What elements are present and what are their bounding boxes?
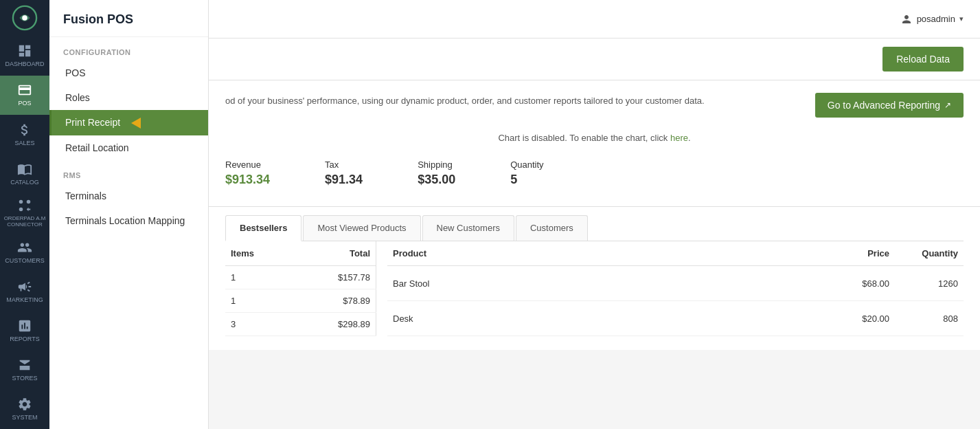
- chart-enable-link[interactable]: here: [670, 133, 688, 143]
- nav-label-sales: SALES: [14, 140, 34, 147]
- nav-label-customers: CUSTOMERS: [5, 258, 44, 265]
- tabs-section: Bestsellers Most Viewed Products New Cus…: [209, 207, 980, 241]
- nav-label-catalog: CATALOG: [10, 179, 39, 186]
- stat-revenue-label: Revenue: [225, 160, 270, 170]
- sidebar-item-dashboard[interactable]: DASHBOARD: [0, 36, 49, 76]
- sidebar-item-stores[interactable]: STORES: [0, 351, 49, 390]
- menu-section-rms: RMS: [49, 160, 208, 184]
- main-content: posadmin ▾ Reload Data od of your busine…: [209, 0, 980, 429]
- sidebar-item-orderpad[interactable]: ORDERPAD A.M CONNECTOR: [0, 193, 49, 232]
- cell-price: $68.00: [812, 266, 895, 301]
- nav-label-system: SYSTEM: [12, 415, 37, 421]
- report-section: od of your business' performance, using …: [209, 80, 980, 207]
- col-header-total: Total: [301, 241, 376, 266]
- cell-total: $78.89: [301, 289, 376, 313]
- tab-bestsellers[interactable]: Bestsellers: [225, 215, 301, 241]
- table-row: 1 $78.89: [225, 289, 376, 313]
- col-header-quantity: Quantity: [895, 241, 964, 266]
- svg-point-3: [27, 200, 31, 204]
- svg-point-1: [22, 16, 27, 21]
- tabs-bar: Bestsellers Most Viewed Products New Cus…: [225, 215, 964, 241]
- stat-quantity-value: 5: [510, 173, 543, 187]
- table-row: Bar Stool $68.00 1260: [387, 266, 964, 301]
- stat-quantity: Quantity 5: [510, 160, 543, 187]
- sidebar-item-sales[interactable]: SALES: [0, 115, 49, 154]
- cell-product: Desk: [387, 301, 812, 336]
- table-row: Desk $20.00 808: [387, 301, 964, 336]
- cell-product: Bar Stool: [387, 266, 812, 301]
- menu-title: Fusion POS: [49, 0, 208, 37]
- cell-items: 1: [225, 266, 301, 289]
- nav-label-marketing: MARKETING: [6, 297, 43, 304]
- col-header-items: Items: [225, 241, 301, 266]
- menu-item-terminals-location-mapping[interactable]: Terminals Location Mapping: [49, 208, 208, 233]
- menu-arrow-icon: [131, 118, 141, 129]
- nav-label-dashboard: DASHBOARD: [5, 61, 44, 68]
- col-header-product: Product: [387, 241, 812, 266]
- cell-quantity: 808: [895, 301, 964, 336]
- cell-total: $157.78: [301, 266, 376, 289]
- top-bar: posadmin ▾: [209, 0, 980, 38]
- menu-item-print-receipt[interactable]: Print Receipt: [49, 110, 208, 135]
- sidebar-item-customers[interactable]: CUSTOMERS: [0, 232, 49, 272]
- stats-row: Revenue $913.34 Tax $91.34 Shipping $35.…: [225, 148, 964, 194]
- tab-most-viewed-products[interactable]: Most Viewed Products: [303, 215, 420, 241]
- cell-quantity: 1260: [895, 266, 964, 301]
- sidebar-item-reports[interactable]: REPORTS: [0, 311, 49, 351]
- sidebar-item-pos[interactable]: POS: [0, 76, 49, 115]
- stat-revenue: Revenue $913.34: [225, 160, 270, 187]
- table-row: 1 $157.78: [225, 266, 376, 289]
- menu-item-roles[interactable]: Roles: [49, 85, 208, 110]
- nav-label-reports: REPORTS: [10, 336, 39, 343]
- menu-item-print-receipt-label: Print Receipt: [65, 117, 120, 128]
- user-menu[interactable]: posadmin ▾: [900, 13, 964, 25]
- menu-section-configuration: Configuration: [49, 37, 208, 60]
- sidebar-item-system[interactable]: SYSTEM: [0, 390, 49, 429]
- left-orders-table: Items Total 1 $157.78 1 $78.89 3: [225, 241, 376, 336]
- tab-new-customers[interactable]: New Customers: [422, 215, 514, 241]
- stat-shipping-label: Shipping: [418, 160, 455, 170]
- right-products-table: Product Price Quantity Bar Stool $68.00 …: [387, 241, 964, 336]
- advanced-reporting-button[interactable]: Go to Advanced Reporting ↗: [815, 93, 964, 118]
- report-description: od of your business' performance, using …: [225, 94, 705, 108]
- chart-disabled-notice: Chart is disabled. To enable the chart, …: [225, 123, 964, 148]
- sidebar-item-catalog[interactable]: CATALOG: [0, 154, 49, 193]
- cell-total: $298.89: [301, 313, 376, 336]
- svg-point-2: [19, 200, 23, 204]
- table-row: 3 $298.89: [225, 313, 376, 336]
- menu-item-terminals[interactable]: Terminals: [49, 184, 208, 208]
- user-icon: [900, 13, 913, 25]
- app-logo[interactable]: [0, 0, 49, 36]
- reload-data-button[interactable]: Reload Data: [882, 47, 964, 72]
- menu-item-retail-location[interactable]: Retail Location: [49, 135, 208, 160]
- menu-item-pos[interactable]: POS: [49, 60, 208, 85]
- cell-price: $20.00: [812, 301, 895, 336]
- svg-point-4: [19, 208, 23, 212]
- stat-shipping-value: $35.00: [418, 173, 455, 187]
- cell-items: 3: [225, 313, 301, 336]
- report-header-row: od of your business' performance, using …: [225, 93, 964, 118]
- stat-tax-value: $91.34: [325, 173, 363, 187]
- data-tables-container: Items Total 1 $157.78 1 $78.89 3: [225, 241, 964, 336]
- cell-items: 1: [225, 289, 301, 313]
- nav-label-pos: POS: [18, 100, 31, 107]
- chevron-down-icon: ▾: [959, 14, 964, 23]
- external-link-icon: ↗: [944, 100, 951, 110]
- stat-tax-label: Tax: [325, 160, 363, 170]
- col-header-price: Price: [812, 241, 895, 266]
- nav-label-orderpad: ORDERPAD A.M CONNECTOR: [0, 216, 49, 228]
- action-bar: Reload Data: [209, 38, 980, 80]
- stat-tax: Tax $91.34: [325, 160, 363, 187]
- tab-customers[interactable]: Customers: [516, 215, 588, 241]
- stat-shipping: Shipping $35.00: [418, 160, 455, 187]
- username: posadmin: [917, 14, 955, 24]
- stat-quantity-label: Quantity: [510, 160, 543, 170]
- nav-label-stores: STORES: [12, 375, 38, 382]
- sidebar-item-marketing[interactable]: MARKETING: [0, 272, 49, 311]
- data-table-section: Items Total 1 $157.78 1 $78.89 3: [209, 241, 980, 350]
- icon-sidebar: DASHBOARD POS SALES CATALOG ORDERPAD A.M…: [0, 0, 49, 429]
- stat-revenue-value: $913.34: [225, 173, 270, 187]
- menu-panel: Fusion POS Configuration POS Roles Print…: [49, 0, 209, 429]
